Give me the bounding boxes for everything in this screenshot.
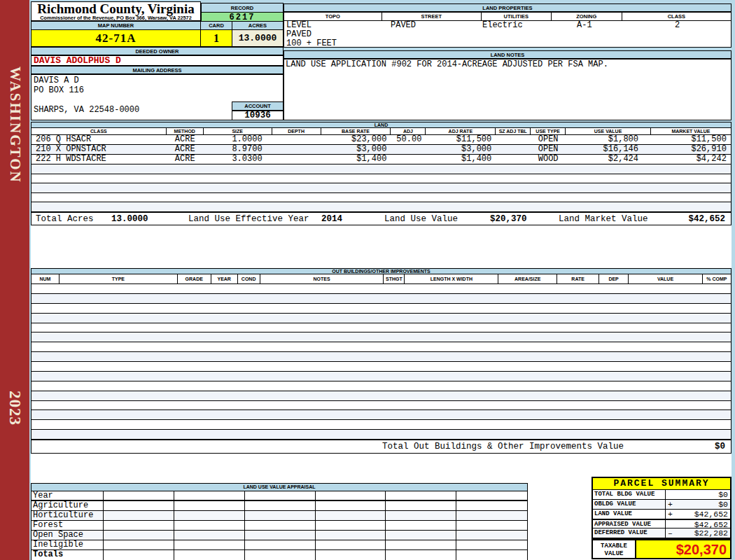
cell: [104, 501, 174, 510]
out-buildings-title: OUT BUILDINGS/OTHER IMPROVEMENTS: [31, 268, 732, 274]
land-use-value-label: Land Use Value: [384, 215, 458, 224]
cell: [104, 521, 174, 530]
cell: [174, 491, 245, 500]
effective-year-value: 2014: [321, 215, 342, 224]
total-acres-label: Total Acres: [36, 215, 94, 224]
row-label: APPRAISED VALUE: [593, 520, 666, 528]
row-label: Year: [31, 491, 104, 500]
land-row-3: 222 H WDSTACRE ACRE 3.0300 $1,400 $1,400…: [31, 155, 731, 164]
cell: [456, 491, 527, 500]
row-label: LAND VALUE: [593, 510, 666, 519]
deeded-owner-label: DEEDED OWNER: [31, 47, 284, 55]
col-grade: GRADE: [178, 274, 211, 284]
cell: [245, 550, 316, 560]
cell: [316, 540, 386, 550]
county-header: Richmond County, Virginia Commissioner o…: [31, 1, 201, 21]
cell-sz-adj-tbl: [496, 155, 531, 164]
col-adj-rate: ADJ RATE: [426, 128, 496, 135]
col-adj: ADJ: [391, 128, 426, 135]
taxable-value: $20,370: [636, 540, 730, 558]
out-buildings-total-label: Total Out Buildings & Other Improvements…: [382, 442, 624, 451]
row-label: Totals: [31, 550, 104, 560]
land-columns: CLASS METHOD SIZE DEPTH BASE RATE ADJ AD…: [31, 128, 732, 135]
cell-size: 1.0000: [204, 135, 272, 144]
row-label: TOTAL BLDG VALUE: [593, 490, 666, 499]
map-number-value: 42-71A: [31, 29, 201, 47]
empty-row: [31, 323, 731, 333]
col-notes: NOTES: [260, 274, 384, 284]
row-value: $0: [675, 500, 730, 509]
col-sz-adj-tbl: SZ ADJ TBL: [496, 128, 531, 135]
empty-row: [31, 391, 731, 401]
appraisal-row-ineligible: Ineligible: [31, 540, 527, 550]
property-record-card: WASHINGTON 2023 Richmond County, Virgini…: [0, 0, 735, 560]
sign: +: [666, 500, 675, 509]
row-label: DEFERRED VALUE: [593, 528, 666, 538]
row-label: Agriculture: [31, 501, 104, 510]
row-value: $0: [675, 490, 730, 499]
cell-base-rate: $3,000: [321, 145, 391, 154]
cell-method: ACRE: [167, 135, 204, 144]
col-area-size: AREA/SIZE: [498, 274, 557, 284]
empty-row: [31, 304, 731, 314]
cell: [245, 511, 316, 520]
topo-value-1: LEVEL: [286, 21, 312, 29]
cell: [104, 550, 174, 560]
cell: [245, 501, 316, 510]
county-title: Richmond County, Virginia: [31, 2, 200, 15]
cell: [245, 540, 316, 550]
cell-use-type: OPEN: [531, 135, 566, 144]
cell: [456, 550, 527, 560]
sign: [666, 520, 675, 528]
land-notes-text: LAND USE APPLICATION #902 FOR 2014-ACREA…: [284, 59, 732, 120]
cell: [316, 550, 386, 560]
cell-class: 222 H WDSTACRE: [31, 155, 167, 164]
cell-adj: 50.00: [391, 135, 426, 144]
sidebar: WASHINGTON 2023: [0, 0, 29, 560]
cell: [386, 550, 456, 560]
cell-adj: [391, 145, 426, 154]
cell-adj-rate: $11,500: [426, 135, 496, 144]
land-rows: 206 Q HSACR ACRE 1.0000 $23,000 50.00 $1…: [31, 135, 732, 212]
card-value: 1: [200, 29, 232, 47]
cell-method: ACRE: [167, 155, 204, 164]
col-size: SIZE: [204, 128, 272, 135]
cell-adj-rate: $1,400: [426, 155, 496, 164]
empty-row: [31, 294, 731, 304]
cell: [386, 511, 456, 520]
empty-row: [31, 352, 731, 362]
row-value: $42,652: [675, 520, 730, 528]
acres-value: 13.0000: [232, 29, 284, 47]
sign: +: [666, 510, 675, 519]
col-rate: RATE: [557, 274, 599, 284]
utilities-value: Electric: [482, 21, 523, 29]
cell: [174, 501, 245, 510]
sidebar-year-label: 2023: [6, 391, 24, 426]
cell: [386, 501, 456, 510]
col-num: NUM: [31, 274, 59, 284]
land-market-value-label: Land Market Value: [559, 215, 648, 224]
commissioner-line: Commissioner of the Revenue, PO Box 366,…: [31, 15, 200, 21]
empty-row: [31, 314, 731, 323]
col-class: CLASS: [31, 128, 167, 135]
cell: [456, 531, 527, 540]
cell-market-value: $26,910: [651, 145, 731, 154]
cell-depth: [272, 145, 321, 154]
taxable-label: TAXABLE VALUE: [593, 540, 636, 558]
empty-row: [31, 193, 731, 203]
land-use-appraisal-title: LAND USE VALUE APPRAISAL: [31, 484, 527, 491]
total-acres-value: 13.0000: [111, 215, 148, 224]
appraisal-row-forest: Forest: [31, 521, 527, 531]
appraisal-row-year: Year: [31, 491, 527, 501]
cell-market-value: $4,242: [651, 155, 731, 164]
land-row-2: 210 X OPNSTACR ACRE 8.9700 $3,000 $3,000…: [31, 145, 731, 155]
land-section: LAND CLASS METHOD SIZE DEPTH BASE RATE A…: [31, 122, 732, 225]
empty-row: [31, 372, 731, 382]
mailing-address-label: MAILING ADDRESS: [31, 66, 284, 74]
row-label: Horticulture: [31, 511, 104, 520]
summary-row-land-value: LAND VALUE +$42,652: [593, 510, 730, 519]
row-label: Forest: [31, 521, 104, 530]
cell-adj-rate: $3,000: [426, 145, 496, 154]
cell-depth: [272, 135, 321, 144]
cell: [456, 540, 527, 550]
